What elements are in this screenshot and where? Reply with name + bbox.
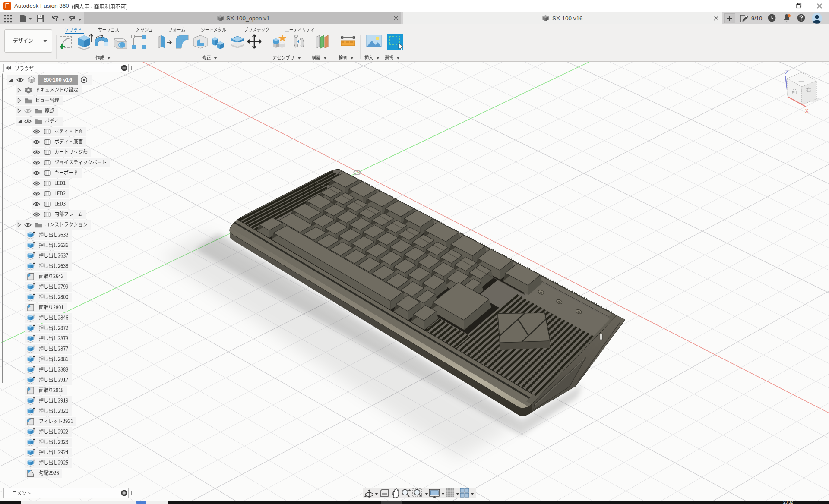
svg-text:X: X: [805, 107, 809, 114]
svg-text:Z: Z: [785, 69, 789, 76]
